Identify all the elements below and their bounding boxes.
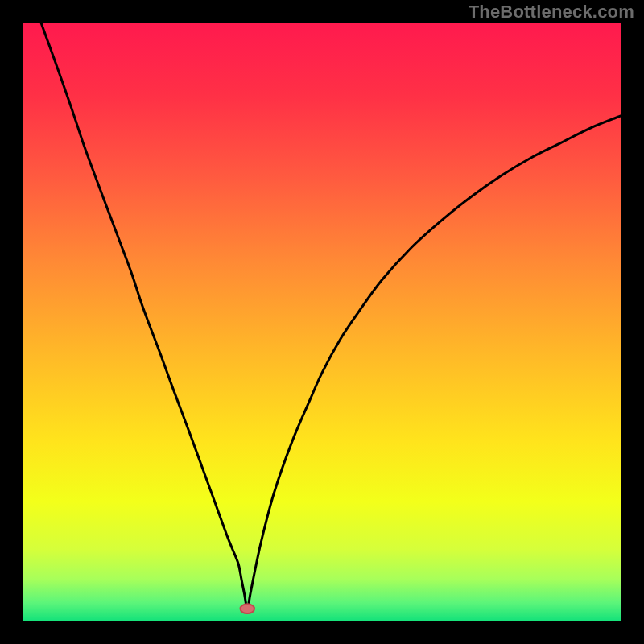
watermark-text: TheBottleneck.com (469, 2, 634, 23)
plot-area (23, 23, 621, 621)
optimum-marker (23, 23, 621, 621)
page-root: TheBottleneck.com (0, 0, 644, 644)
svg-point-1 (241, 604, 255, 613)
